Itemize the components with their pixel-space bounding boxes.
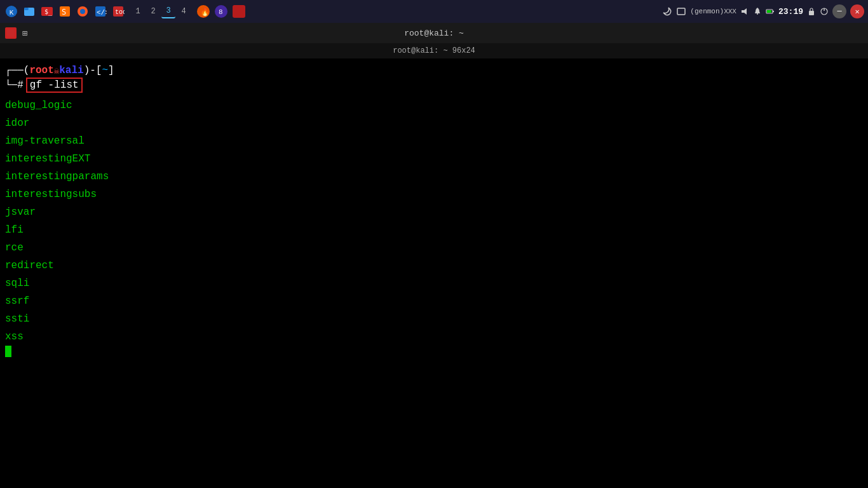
prompt-line-prefix: └─ xyxy=(5,79,17,91)
svg-rect-3 xyxy=(24,8,29,10)
taskbar-icon-files[interactable] xyxy=(22,4,37,19)
svg-text:8: 8 xyxy=(219,8,223,16)
taskbar-icon-red[interactable]: tool xyxy=(111,4,126,19)
command-highlight-box: gf -list xyxy=(26,78,83,93)
lock-icon xyxy=(807,7,816,16)
svg-rect-18 xyxy=(233,5,245,18)
prompt-connector: ┌──( xyxy=(5,65,29,76)
terminal-title-icons: ⊞ xyxy=(5,27,31,39)
taskbar-icon-fire[interactable]: 🔥 xyxy=(196,4,211,19)
svg-text:</>: </> xyxy=(97,9,107,17)
output-interestingext: interestingEXT xyxy=(5,150,863,168)
taskbar-icon-kali[interactable]: K xyxy=(4,4,19,19)
terminal-icon-grid[interactable]: ⊞ xyxy=(19,27,31,39)
taskbar-icon-terminal[interactable]: $_ xyxy=(39,4,55,19)
svg-text:tool: tool xyxy=(115,9,125,16)
taskbar-icon-red2[interactable] xyxy=(231,4,247,19)
svg-text:$_: $_ xyxy=(44,8,53,16)
bell-icon xyxy=(753,7,762,16)
output-xss: xss xyxy=(5,328,863,346)
genmon-label: (genmon)XXX xyxy=(690,8,736,15)
power-icon xyxy=(820,7,829,16)
terminal-icon-red xyxy=(5,27,17,39)
prompt-close-paren: )-[ xyxy=(84,65,102,76)
output-interestingsubs: interestingsubs xyxy=(5,186,863,203)
terminal-cursor xyxy=(5,346,11,357)
window-icon xyxy=(676,6,686,17)
output-lfi: lfi xyxy=(5,221,863,239)
minimize-button[interactable]: ─ xyxy=(832,4,846,18)
battery-icon xyxy=(766,7,775,16)
output-redirect: redirect xyxy=(5,257,863,274)
taskbar-right: (genmon)XXX 23:19 ─ ✕ xyxy=(662,4,864,18)
prompt-path: ~ xyxy=(102,65,108,76)
prompt-hash: # xyxy=(17,79,24,91)
prompt-host: kali xyxy=(59,65,83,76)
output-jsvar: jsvar xyxy=(5,203,863,221)
terminal-titlebar: ⊞ root@kali: ~ xyxy=(0,23,868,43)
svg-rect-22 xyxy=(757,13,758,15)
svg-text:K: K xyxy=(10,9,14,17)
terminal-window: ⊞ root@kali: ~ root@kali: ~ 96x24 ┌──(ro… xyxy=(0,23,868,488)
workspace-2[interactable]: 2 xyxy=(146,4,160,18)
output-img-traversal: img-traversal xyxy=(5,132,863,150)
command-text: gf -list xyxy=(30,79,79,91)
svg-rect-20 xyxy=(742,10,744,13)
close-button[interactable]: ✕ xyxy=(850,4,864,18)
terminal-subtitle-bar: root@kali: ~ 96x24 xyxy=(0,43,868,58)
taskbar: K $_ S </> tool 1 2 3 4 🔥 8 (genmon)XXX xyxy=(0,0,868,23)
svg-point-9 xyxy=(80,9,85,14)
svg-rect-26 xyxy=(809,11,814,15)
output-ssti: ssti xyxy=(5,310,863,328)
svg-text:🔥: 🔥 xyxy=(200,7,210,17)
taskbar-icon-sublime[interactable]: S xyxy=(57,4,72,19)
prompt-user: root xyxy=(29,65,53,76)
prompt-bracket: ] xyxy=(108,65,114,76)
skull-icon: ☠ xyxy=(54,65,59,76)
speaker-icon xyxy=(740,7,749,16)
taskbar-icon-vscode[interactable]: </> xyxy=(93,4,108,19)
prompt-line-1: ┌──(root☠kali)-[~] xyxy=(5,65,863,76)
taskbar-icon-firefox[interactable] xyxy=(75,4,90,19)
svg-rect-19 xyxy=(677,8,685,15)
output-idor: idor xyxy=(5,114,863,132)
terminal-subtitle: root@kali: ~ 96x24 xyxy=(393,46,475,55)
svg-rect-24 xyxy=(773,11,774,12)
workspace-3[interactable]: 3 xyxy=(161,4,175,18)
workspace-1[interactable]: 1 xyxy=(131,4,145,18)
svg-rect-29 xyxy=(7,29,15,37)
svg-rect-25 xyxy=(767,10,771,13)
output-debug-logic: debug_logic xyxy=(5,97,863,114)
svg-text:S: S xyxy=(62,8,66,17)
output-interestingparams: interestingparams xyxy=(5,168,863,186)
output-ssrf: ssrf xyxy=(5,292,863,310)
output-rce: rce xyxy=(5,239,863,257)
workspace-4[interactable]: 4 xyxy=(177,4,191,18)
svg-marker-21 xyxy=(744,8,747,15)
terminal-title: root@kali: ~ xyxy=(404,29,464,38)
taskbar-icon-badge[interactable]: 8 xyxy=(214,4,229,19)
terminal-body[interactable]: ┌──(root☠kali)-[~] └─ # gf -list debug_l… xyxy=(0,58,868,488)
paperclip-icon xyxy=(662,6,672,17)
output-sqli: sqli xyxy=(5,274,863,292)
prompt-line-2: └─ # gf -list xyxy=(5,78,863,93)
clock: 23:19 xyxy=(778,7,803,17)
workspace-switcher: 1 2 3 4 xyxy=(131,4,191,18)
